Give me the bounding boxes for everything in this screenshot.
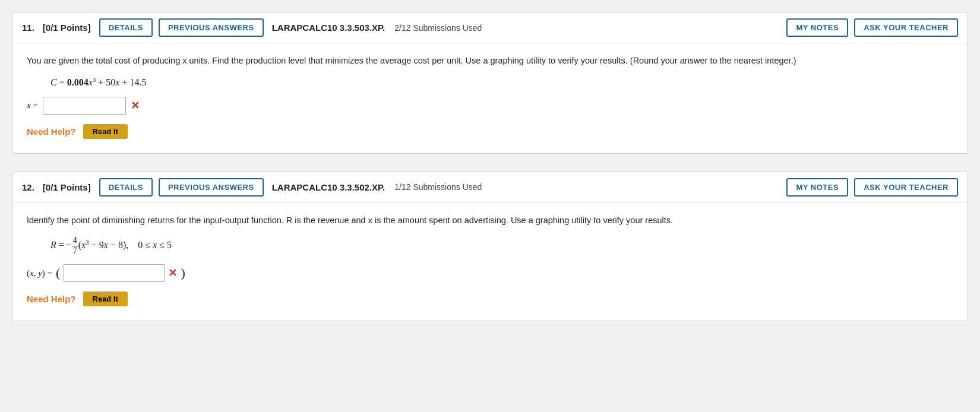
problem-12-points: [0/1 Points] [43, 182, 91, 192]
problem-11-formula: C = 0.004x3 + 50x + 14.5 [50, 76, 953, 88]
problem-12-body: Identify the point of diminishing return… [12, 203, 968, 321]
problem-11-submissions: 2/12 Submissions Used [394, 23, 482, 33]
problem-12-answer-input[interactable] [64, 264, 165, 282]
problem-12-body-text: Identify the point of diminishing return… [27, 215, 673, 225]
problem-12-header: 12. [0/1 Points] DETAILS PREVIOUS ANSWER… [12, 172, 968, 203]
problem-11-points: [0/1 Points] [43, 23, 91, 33]
problem-11-need-help-row: Need Help? Read It [27, 124, 953, 139]
problem-11-need-help-label: Need Help? [27, 126, 76, 137]
problem-12-id: LARAPCALC10 3.3.502.XP. [272, 182, 385, 192]
problem-11-header: 11. [0/1 Points] DETAILS PREVIOUS ANSWER… [12, 12, 968, 43]
problem-12-number: 12. [22, 182, 34, 192]
problem-12-left-paren: ( [56, 265, 60, 281]
problem-12-answer-row: (x, y) = ( ✕ ) [27, 264, 953, 282]
my-notes-button-11[interactable]: MY NOTES [786, 18, 848, 37]
problem-12-text: Identify the point of diminishing return… [27, 214, 953, 227]
problem-12: 12. [0/1 Points] DETAILS PREVIOUS ANSWER… [12, 172, 968, 322]
read-it-button-11[interactable]: Read It [83, 124, 128, 139]
problem-11-answer-input[interactable] [43, 97, 126, 115]
previous-answers-button-11[interactable]: PREVIOUS ANSWERS [159, 18, 264, 37]
my-notes-button-12[interactable]: MY NOTES [786, 178, 848, 197]
problem-11: 11. [0/1 Points] DETAILS PREVIOUS ANSWER… [12, 12, 968, 154]
problem-11-number: 11. [22, 23, 34, 33]
problem-11-wrong-mark: ✕ [131, 99, 140, 112]
ask-teacher-button-12[interactable]: ASK YOUR TEACHER [854, 178, 958, 197]
problem-11-body-text: You are given the total cost of producin… [27, 56, 796, 65]
problem-12-need-help-row: Need Help? Read It [27, 291, 953, 306]
previous-answers-button-12[interactable]: PREVIOUS ANSWERS [159, 178, 264, 197]
read-it-button-12[interactable]: Read It [83, 291, 128, 306]
problem-12-formula: R = − 4 7 (x3 − 9x − 8), 0 ≤ x ≤ 5 [50, 236, 953, 256]
problem-12-submissions: 1/12 Submissions Used [394, 182, 482, 192]
ask-teacher-button-11[interactable]: ASK YOUR TEACHER [854, 18, 958, 37]
problem-11-answer-prefix: x = [27, 100, 38, 110]
problem-12-wrong-mark: ✕ [168, 267, 177, 280]
problem-11-answer-row: x = ✕ [27, 97, 953, 115]
problem-11-body: You are given the total cost of producin… [12, 43, 968, 153]
problem-11-id: LARAPCALC10 3.3.503.XP. [272, 23, 385, 33]
problem-12-answer-prefix: (x, y) = [27, 268, 52, 278]
problem-11-text: You are given the total cost of producin… [27, 54, 953, 68]
problem-12-right-paren: ) [181, 265, 185, 281]
details-button-12[interactable]: DETAILS [99, 178, 153, 197]
details-button-11[interactable]: DETAILS [99, 18, 153, 37]
problem-12-need-help-label: Need Help? [27, 294, 76, 304]
